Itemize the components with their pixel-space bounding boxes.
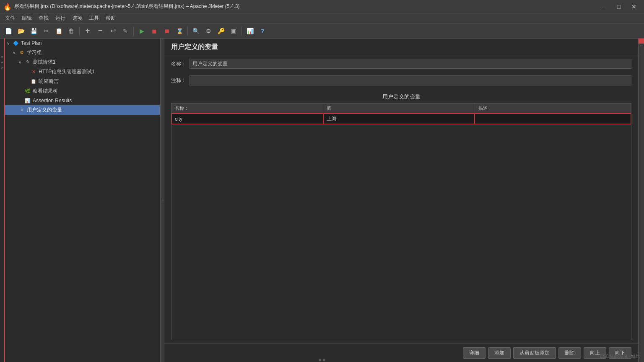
tree-item-testrequest[interactable]: ∨ ✎ 测试请求1 [5,57,160,67]
title-bar-controls: ─ □ ✕ [597,1,641,13]
toolbar-help[interactable]: ? [257,25,268,37]
toolbar-settings[interactable]: ⚙ [203,25,214,37]
close-button[interactable]: ✕ [627,1,641,13]
toolbar-sep-3 [187,26,188,36]
toggle-group: ∨ [13,50,18,55]
icon-resulttree: 🌿 [24,88,31,95]
left-edge: ∨ ∧ ∨ [0,39,5,362]
sidebar-splitter[interactable]: ⋮ [160,39,164,362]
content-area: 用户定义的变量 名称： 注释： 用户定义的变量 名称： 值 描述 [164,39,638,362]
toolbar-save[interactable]: 💾 [28,25,39,37]
menu-bar: 文件 编辑 查找 运行 选项 工具 帮助 [0,13,644,23]
detail-button[interactable]: 详细 [463,347,486,359]
icon-assertion: 📊 [24,97,31,104]
toolbar-stop2[interactable]: ⏹ [161,25,173,37]
maximize-button[interactable]: □ [612,1,626,13]
tree-item-group[interactable]: ∨ ⚙ 学习组 [5,48,160,57]
icon-uservars: ✕ [18,107,25,114]
dot2 [323,359,325,361]
name-section: 名称： [164,55,638,72]
watermark: CSDN @原来~如此 [600,353,640,359]
name-input[interactable] [190,59,631,69]
toolbar-search[interactable]: 🔍 [190,25,202,37]
main-layout: ∨ ∧ ∨ ∨ 🔷 Test Plan ∨ ⚙ 学习组 ∨ ✎ 测试请求1 ✕ … [0,39,644,362]
label-httpheader: HTTP信息头管理器测试1 [39,68,95,75]
header-desc: 描述 [475,103,631,114]
header-name: 名称： [171,103,323,114]
tree-item-resulttree[interactable]: 🌿 察看结果树 [5,86,160,96]
menu-edit[interactable]: 编辑 [18,14,35,23]
menu-find[interactable]: 查找 [35,14,52,23]
toolbar-sep-4 [242,26,242,36]
left-edge-label3: ∨ [0,66,4,69]
panel-title: 用户定义的变量 [171,43,218,50]
toolbar-undo[interactable]: ↩ [107,25,119,37]
header-value: 值 [323,103,475,114]
paste-add-button[interactable]: 从剪贴板添加 [513,347,556,359]
table-header-row: 名称： 值 描述 [171,103,631,114]
toolbar-sep-1 [79,26,80,36]
menu-run[interactable]: 运行 [52,14,69,23]
minimize-button[interactable]: ─ [597,1,610,13]
toolbar-open[interactable]: 📂 [15,25,27,37]
toolbar-copy[interactable]: 📋 [53,25,65,37]
table-row[interactable]: city 上海 [171,114,631,124]
label-response: 响应断言 [39,78,59,85]
toolbar-remove[interactable]: − [94,25,106,37]
menu-tools[interactable]: 工具 [86,14,102,23]
toggle-testrequest: ∨ [18,60,24,65]
toggle-response [24,79,30,84]
label-group: 学习组 [27,49,42,56]
icon-testrequest: ✎ [24,59,31,66]
right-edge-label: ⁞ [639,45,644,47]
left-edge-label: ∨ [0,55,4,58]
menu-options[interactable]: 选项 [69,14,86,23]
label-resulttree: 察看结果树 [33,88,58,95]
cell-name: city [171,114,323,124]
toolbar-console[interactable]: ▣ [228,25,239,37]
toggle-resulttree [18,89,24,93]
toolbar-edit[interactable]: ✎ [119,25,131,37]
tree-item-response[interactable]: 📋 响应断言 [5,77,160,86]
toolbar-delete[interactable]: 🗑 [65,25,77,37]
tree-item-assertion[interactable]: 📊 Assertion Results [5,96,160,105]
toolbar-stop[interactable]: ◼ [148,25,160,37]
toolbar-timer[interactable]: ⌛ [174,25,185,37]
right-edge-indicator [639,39,644,44]
var-table: 名称： 值 描述 city 上海 [171,103,631,124]
label-uservars: 用户定义的变量 [27,106,62,114]
delete-button[interactable]: 删除 [558,347,581,359]
comment-section: 注释： [164,72,638,89]
dot1 [319,359,321,361]
toolbar-key[interactable]: 🔑 [215,25,227,37]
table-body: city 上海 [171,114,631,124]
toolbar-run[interactable]: ▶ [136,25,148,37]
label-testrequest: 测试请求1 [33,59,56,66]
comment-input[interactable] [190,75,631,85]
toggle-uservars [13,108,18,112]
menu-help[interactable]: 帮助 [102,14,119,23]
toolbar-new[interactable]: 📄 [3,25,14,37]
menu-file[interactable]: 文件 [2,14,18,23]
icon-testplan: 🔷 [13,40,19,47]
var-table-container: 名称： 值 描述 city 上海 [171,103,631,340]
label-assertion: Assertion Results [33,98,72,103]
tree-item-uservars[interactable]: ✕ 用户定义的变量 [5,105,160,115]
tree-item-testplan[interactable]: ∨ 🔷 Test Plan [5,39,160,48]
toolbar-report[interactable]: 📊 [244,25,256,37]
add-button[interactable]: 添加 [488,347,511,359]
toggle-testplan: ∨ [7,41,13,46]
toggle-assertion [18,98,24,103]
tree-item-httpheader[interactable]: ✕ HTTP信息头管理器测试1 [5,67,160,77]
right-edge: ⁞ [638,39,644,362]
toolbar: 📄 📂 💾 ✂ 📋 🗑 + − ↩ ✎ ▶ ◼ ⏹ ⌛ 🔍 ⚙ 🔑 ▣ 📊 ? [0,23,644,39]
sidebar: ∨ 🔷 Test Plan ∨ ⚙ 学习组 ∨ ✎ 测试请求1 ✕ HTTP信息… [5,39,160,362]
title-bar-left: 🔥 察看结果树.jmx (D:\software\jmeter\apache-j… [3,3,240,10]
name-label: 名称： [171,60,186,67]
var-table-section: 用户定义的变量 名称： 值 描述 city 上海 [164,89,638,344]
toolbar-sep-2 [133,26,134,36]
icon-httpheader: ✕ [30,69,37,75]
app-icon: 🔥 [3,3,11,10]
toolbar-add[interactable]: + [82,25,93,37]
toolbar-cut[interactable]: ✂ [40,25,52,37]
